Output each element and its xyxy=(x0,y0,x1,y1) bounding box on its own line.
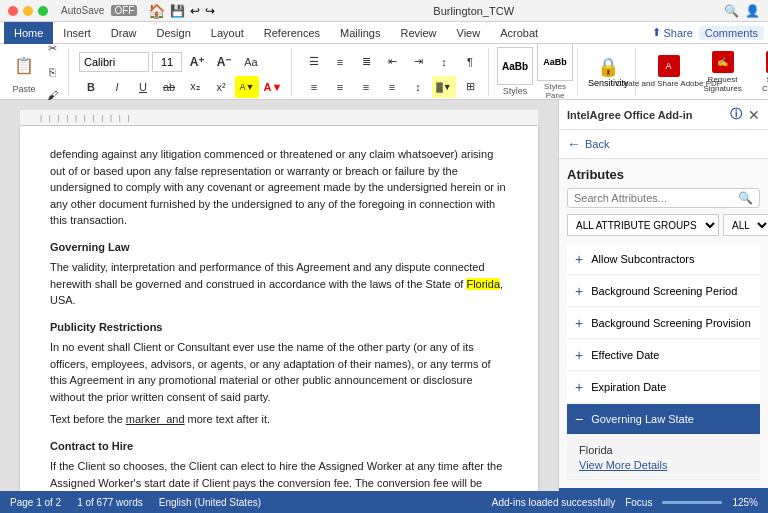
view-more-details-link[interactable]: View More Details xyxy=(579,459,748,471)
attribute-item-expiration-date[interactable]: + Expiration Date xyxy=(567,372,760,403)
copy-button[interactable]: ⎘ xyxy=(40,61,64,83)
expand-icon-expiration-date: + xyxy=(575,379,583,395)
increase-font-button[interactable]: A⁺ xyxy=(185,51,209,73)
search-icon[interactable]: 🔍 xyxy=(724,4,739,18)
toolbar: 📋 Paste ✂ ⎘ 🖌 A⁺ A⁻ Aa B I U ab x₂ x² A▼… xyxy=(0,44,768,100)
title-bar: AutoSave OFF 🏠 💾 ↩ ↪ Burlington_TCW 🔍 👤 xyxy=(0,0,768,22)
bullets-button[interactable]: ☰ xyxy=(302,51,326,73)
expand-icon-background-screening-period: + xyxy=(575,283,583,299)
tab-acrobat[interactable]: Acrobat xyxy=(490,22,548,44)
styles-pane-preview[interactable]: AaBb xyxy=(537,43,573,81)
user-icon[interactable]: 👤 xyxy=(745,4,760,18)
florida-highlight: Florida xyxy=(466,278,500,290)
zoom-slider[interactable] xyxy=(662,501,722,504)
intro-paragraph: defending against any litigation commenc… xyxy=(50,146,508,229)
panel-info-button[interactable]: ⓘ xyxy=(730,106,742,123)
comments-button[interactable]: Comments xyxy=(699,26,764,40)
marker-underline: marker_and xyxy=(126,413,185,425)
paste-button[interactable]: 📋 xyxy=(10,50,38,82)
attribute-item-allow-subcontractors[interactable]: + Allow Subcontractors xyxy=(567,244,760,275)
align-right-button[interactable]: ≡ xyxy=(354,76,378,98)
clipboard-group: 📋 Paste ✂ ⎘ 🖌 xyxy=(6,48,69,96)
underline-button[interactable]: U xyxy=(131,76,155,98)
increase-indent-button[interactable]: ⇥ xyxy=(406,51,430,73)
autosave-state[interactable]: OFF xyxy=(111,5,137,16)
acrobat-group: A Create and Share Adobe PDF ✍ Request S… xyxy=(640,51,768,93)
expand-icon-effective-date: + xyxy=(575,347,583,363)
styles-group: AaBb Styles AaBb Styles Pane xyxy=(493,48,578,96)
font-color-button[interactable]: A▼ xyxy=(261,76,285,98)
share-button[interactable]: ⬆ Share xyxy=(652,26,692,39)
tab-draw[interactable]: Draw xyxy=(101,22,147,44)
italic-button[interactable]: I xyxy=(105,76,129,98)
signature-icon: ✍ xyxy=(712,51,734,73)
create-share-pdf-button[interactable]: A Create and Share Adobe PDF xyxy=(644,55,694,88)
show-hide-button[interactable]: ¶ xyxy=(458,51,482,73)
ruler: | | | | | | | | | | | xyxy=(20,110,538,126)
expand-icon-allow-subcontractors: + xyxy=(575,251,583,267)
shading-button[interactable]: ▓▼ xyxy=(432,76,456,98)
ribbon-tabs: Home Insert Draw Design Layout Reference… xyxy=(0,22,768,44)
multilevel-button[interactable]: ≣ xyxy=(354,51,378,73)
back-arrow-icon: ← xyxy=(567,136,581,152)
status-bar: Page 1 of 2 1 of 677 words English (Unit… xyxy=(0,491,768,513)
focus-label[interactable]: Focus xyxy=(625,497,652,508)
sort-button[interactable]: ↕ xyxy=(432,51,456,73)
font-size-input[interactable] xyxy=(152,52,182,72)
attribute-item-effective-date[interactable]: + Effective Date xyxy=(567,340,760,371)
attributes-title: Atributes xyxy=(567,167,760,182)
title-bar-right: 🔍 👤 xyxy=(724,4,760,18)
tab-design[interactable]: Design xyxy=(147,22,201,44)
expanded-content-governing-law: Florida View More Details xyxy=(567,436,760,480)
search-input[interactable] xyxy=(574,192,734,204)
page-info: Page 1 of 2 xyxy=(10,497,61,508)
tab-mailings[interactable]: Mailings xyxy=(330,22,390,44)
attribute-label-background-screening-provision: Background Screening Provision xyxy=(591,317,752,329)
styles-label: Styles xyxy=(503,86,528,96)
back-button[interactable]: ← Back xyxy=(567,136,609,152)
superscript-button[interactable]: x² xyxy=(209,76,233,98)
decrease-indent-button[interactable]: ⇤ xyxy=(380,51,404,73)
attribute-all-filter[interactable]: ALL xyxy=(723,214,768,236)
right-panel: IntelAgree Office Add-in ⓘ ✕ ← Back Atri… xyxy=(558,100,768,491)
align-left-button[interactable]: ≡ xyxy=(302,76,326,98)
justify-button[interactable]: ≡ xyxy=(380,76,404,98)
styles-preview[interactable]: AaBb xyxy=(497,47,533,85)
document-title: Burlington_TCW xyxy=(433,5,514,17)
close-window-button[interactable] xyxy=(8,6,18,16)
minimize-window-button[interactable] xyxy=(23,6,33,16)
tab-review[interactable]: Review xyxy=(390,22,446,44)
publicity-restrictions-text: In no event shall Client or Consultant e… xyxy=(50,339,508,405)
tab-view[interactable]: View xyxy=(447,22,491,44)
show-clauses-button[interactable]: ☰ Show Clauses xyxy=(752,51,768,93)
attribute-item-governing-law-state[interactable]: − Governing Law State xyxy=(567,404,760,435)
paragraph-group: ☰ ≡ ≣ ⇤ ⇥ ↕ ¶ ≡ ≡ ≡ ≡ ↕ ▓▼ ⊞ xyxy=(296,48,489,96)
decrease-font-button[interactable]: A⁻ xyxy=(212,51,236,73)
numbering-button[interactable]: ≡ xyxy=(328,51,352,73)
attribute-item-background-screening-provision[interactable]: + Background Screening Provision xyxy=(567,308,760,339)
tab-layout[interactable]: Layout xyxy=(201,22,254,44)
search-bar: 🔍 xyxy=(567,188,760,208)
document-area[interactable]: | | | | | | | | | | | defending against … xyxy=(0,100,558,491)
sensitivity-group: 🔒 Sensitivity xyxy=(582,48,636,96)
attribute-groups-filter[interactable]: ALL ATTRIBUTE GROUPS xyxy=(567,214,719,236)
line-spacing-button[interactable]: ↕ xyxy=(406,76,430,98)
borders-button[interactable]: ⊞ xyxy=(458,76,482,98)
request-signatures-button[interactable]: ✍ Request Signatures xyxy=(698,51,748,93)
addin-status: Add-ins loaded successfully xyxy=(492,497,615,508)
strikethrough-button[interactable]: ab xyxy=(157,76,181,98)
attribute-item-background-screening-period[interactable]: + Background Screening Period xyxy=(567,276,760,307)
tab-references[interactable]: References xyxy=(254,22,330,44)
highlight-button[interactable]: A▼ xyxy=(235,76,259,98)
maximize-window-button[interactable] xyxy=(38,6,48,16)
font-name-input[interactable] xyxy=(79,52,149,72)
subscript-button[interactable]: x₂ xyxy=(183,76,207,98)
cut-button[interactable]: ✂ xyxy=(40,38,64,60)
change-case-button[interactable]: Aa xyxy=(239,51,263,73)
panel-close-button[interactable]: ✕ xyxy=(748,107,760,123)
marker-text: Text before the marker_and more text aft… xyxy=(50,411,508,428)
governing-law-text: The validity, interpretation and perform… xyxy=(50,259,508,309)
bold-button[interactable]: B xyxy=(79,76,103,98)
panel-bottom: i intelagree ☰ xyxy=(559,488,768,491)
align-center-button[interactable]: ≡ xyxy=(328,76,352,98)
